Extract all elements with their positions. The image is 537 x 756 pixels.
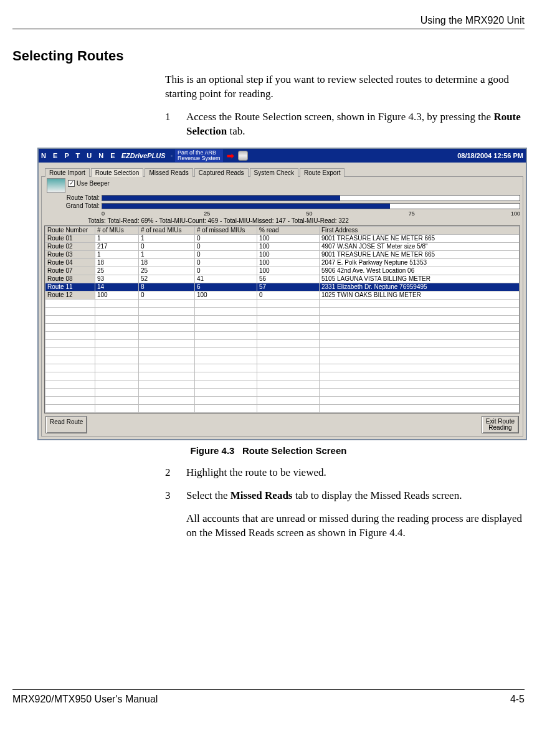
cell <box>195 347 257 356</box>
cell <box>95 364 139 372</box>
cell <box>195 396 257 404</box>
cell: 100 <box>95 291 139 299</box>
cell: 1025 TWIN OAKS BILLING METER <box>320 291 520 299</box>
table-row[interactable] <box>45 388 520 396</box>
table-row[interactable]: Route 031101009001 TREASURE LANE NE METE… <box>45 250 520 258</box>
cell <box>95 299 139 307</box>
table-row[interactable] <box>45 396 520 404</box>
cell <box>320 315 520 323</box>
table-row[interactable] <box>45 372 520 380</box>
table-row[interactable] <box>45 299 520 307</box>
cell <box>95 323 139 331</box>
tab-route-import[interactable]: Route Import <box>45 168 90 177</box>
cell <box>320 396 520 404</box>
table-row[interactable] <box>45 380 520 388</box>
cell <box>257 356 320 364</box>
cell: 2047 E. Polk Parkway Neptune 51353 <box>320 258 520 267</box>
step-3-text-bold: Missed Reads <box>230 489 293 501</box>
footer-left: MRX920/MTX950 User's Manual <box>12 694 158 705</box>
brand-neptune: N E P T U N E <box>41 152 118 159</box>
table-row[interactable]: Route 04181801002047 E. Polk Parkway Nep… <box>45 258 520 267</box>
cell: 100 <box>257 250 320 258</box>
tab-route-selection[interactable]: Route Selection <box>91 168 144 177</box>
cell <box>45 299 95 307</box>
table-row[interactable] <box>45 364 520 372</box>
table-row[interactable] <box>45 404 520 412</box>
route-total-label: Route Total: <box>44 194 102 201</box>
col-mius[interactable]: # of MIUs <box>95 226 139 234</box>
routes-grid[interactable]: Route Number # of MIUs # of read MIUs # … <box>44 225 520 413</box>
intro-paragraph: This is an optional step if you want to … <box>165 73 525 102</box>
col-missed-mius[interactable]: # of missed MIUs <box>195 226 257 234</box>
cell <box>95 347 139 356</box>
cell: 100 <box>195 291 257 299</box>
exit-route-reading-button[interactable]: Exit Route Reading <box>482 416 519 433</box>
tab-captured-reads[interactable]: Captured Reads <box>194 168 249 177</box>
cell <box>257 380 320 388</box>
tab-route-export[interactable]: Route Export <box>300 168 345 177</box>
step-3: 3 Select the Missed Reads tab to display… <box>165 489 525 549</box>
step-2: 2 Highlight the route to be viewed. <box>165 466 525 480</box>
database-icon <box>238 151 248 161</box>
brand-tagline-2: Revenue System <box>178 155 221 161</box>
table-row[interactable]: Route 111486572331 Elizabeth Dr. Neptune… <box>45 283 520 291</box>
cell <box>320 323 520 331</box>
scale-0: 0 <box>102 210 204 217</box>
tab-missed-reads[interactable]: Missed Reads <box>145 168 192 177</box>
cell <box>195 323 257 331</box>
cell <box>195 307 257 315</box>
cell <box>95 339 139 347</box>
cell: Route 03 <box>45 250 95 258</box>
use-beeper-checkbox[interactable]: ✓ <box>68 180 75 187</box>
table-row[interactable]: Route 011101009001 TREASURE LANE NE METE… <box>45 234 520 242</box>
cell: 52 <box>139 275 195 283</box>
cell <box>257 388 320 396</box>
table-row[interactable]: Route 12100010001025 TWIN OAKS BILLING M… <box>45 291 520 299</box>
cell <box>45 396 95 404</box>
table-row[interactable] <box>45 307 520 315</box>
table-row[interactable] <box>45 339 520 347</box>
col-first-address[interactable]: First Address <box>320 226 520 234</box>
table-row[interactable] <box>45 356 520 364</box>
table-row[interactable]: Route 08935241565105 LAGUNA VISTA BILLIN… <box>45 275 520 283</box>
cell: 1 <box>95 250 139 258</box>
table-row[interactable]: Route 07252501005906 42nd Ave. West Loca… <box>45 267 520 275</box>
table-row[interactable] <box>45 331 520 339</box>
cell <box>195 372 257 380</box>
cell <box>139 396 195 404</box>
cell: 6 <box>195 283 257 291</box>
cell <box>257 307 320 315</box>
cell: 100 <box>257 234 320 242</box>
table-row[interactable] <box>45 347 520 356</box>
cell: 217 <box>95 242 139 250</box>
title-bar: N E P T U N E EZDrivePLUS - Part of the … <box>39 149 526 163</box>
cell <box>139 380 195 388</box>
exit-line-2: Reading <box>488 424 511 431</box>
cell <box>95 404 139 412</box>
cell: 1 <box>139 250 195 258</box>
step-1: 1 Access the Route Selection screen, sho… <box>165 110 525 139</box>
cell <box>195 380 257 388</box>
col-route-number[interactable]: Route Number <box>45 226 95 234</box>
col-pct-read[interactable]: % read <box>257 226 320 234</box>
cell <box>257 404 320 412</box>
table-row[interactable] <box>45 315 520 323</box>
scale-25: 25 <box>204 210 306 217</box>
scale-100: 100 <box>511 210 520 217</box>
col-read-mius[interactable]: # of read MIUs <box>139 226 195 234</box>
cell <box>257 347 320 356</box>
read-route-button[interactable]: Read Route <box>45 416 87 433</box>
cell <box>195 331 257 339</box>
table-row[interactable] <box>45 323 520 331</box>
table-row[interactable]: Route 02217001004907 W.SAN JOSE ST Meter… <box>45 242 520 250</box>
cell <box>139 404 195 412</box>
cell: 0 <box>195 267 257 275</box>
grand-total-bar <box>102 203 520 209</box>
totals-text: Total-Read: 69% - Total-MIU-Count: 469 -… <box>108 217 349 224</box>
cell: 0 <box>195 250 257 258</box>
cell: 1 <box>95 234 139 242</box>
cell: 0 <box>139 291 195 299</box>
step-3-paragraph-2: All accounts that are unread or missed d… <box>186 512 525 541</box>
tab-system-check[interactable]: System Check <box>250 168 298 177</box>
cell: 25 <box>95 267 139 275</box>
